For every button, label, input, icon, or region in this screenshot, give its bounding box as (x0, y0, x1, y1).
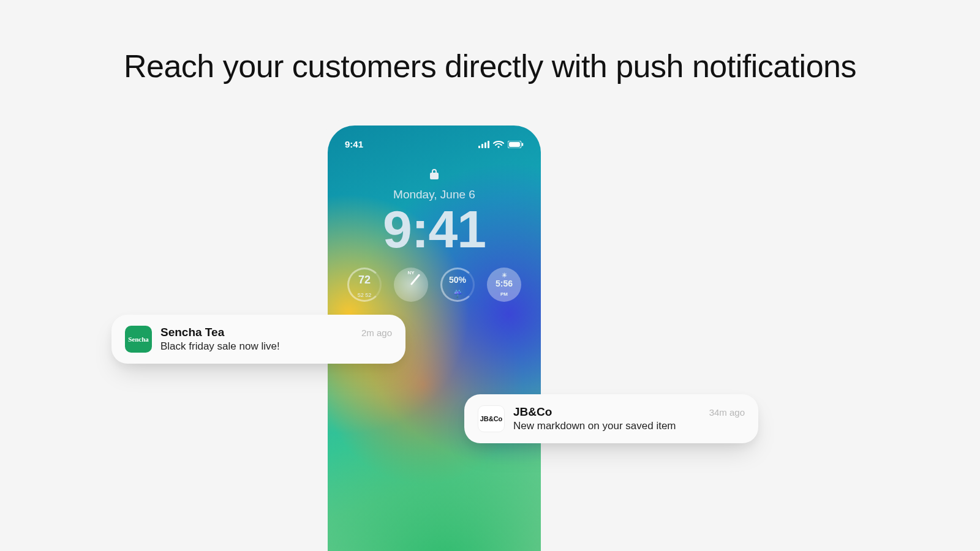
status-bar: 9:41 (328, 139, 541, 149)
sun-icon: ☀ (487, 272, 521, 279)
notification-title: JB&Co (513, 405, 552, 419)
svg-rect-2 (484, 142, 486, 148)
svg-rect-6 (509, 142, 520, 147)
app-icon-sencha: Sencha (125, 326, 152, 353)
notification-title: Sencha Tea (160, 326, 224, 339)
widget-weather: 72 52 52 (347, 268, 382, 302)
notification-body: New markdown on your saved item (513, 420, 745, 432)
battery-icon (508, 141, 524, 148)
widget-weather-lowhi: 52 52 (347, 292, 382, 298)
widget-world-clock: ☀ 5:56 PM (487, 268, 521, 302)
svg-point-4 (497, 146, 499, 148)
svg-rect-7 (522, 143, 523, 146)
widget-clock-period: PM (487, 291, 521, 297)
lock-area: Monday, June 6 9:41 (328, 168, 541, 255)
widget-humidity: 50% ☔ (440, 268, 475, 302)
widget-weather-temp: 72 (347, 274, 382, 287)
svg-rect-1 (481, 144, 483, 148)
notification-card[interactable]: JB&Co JB&Co 34m ago New markdown on your… (464, 394, 758, 443)
lockscreen-widgets: 72 52 52 50% ☔ ☀ 5:56 PM (328, 268, 541, 302)
lock-icon (430, 171, 439, 181)
cellular-icon (478, 141, 489, 148)
svg-rect-0 (478, 146, 480, 148)
umbrella-icon: ☔ (440, 290, 475, 298)
status-time: 9:41 (345, 139, 363, 149)
lock-clock: 9:41 (328, 203, 541, 255)
notification-body: Black friday sale now live! (160, 340, 392, 353)
wifi-icon (493, 141, 504, 148)
widget-humidity-value: 50% (440, 275, 475, 285)
svg-rect-3 (488, 141, 489, 148)
notification-timestamp: 2m ago (361, 328, 392, 338)
notification-card[interactable]: Sencha Sencha Tea 2m ago Black friday sa… (111, 315, 405, 364)
widget-compass (394, 268, 428, 302)
status-icons (478, 141, 524, 148)
page-headline: Reach your customers directly with push … (0, 48, 980, 84)
app-icon-jbco: JB&Co (478, 405, 505, 432)
notification-timestamp: 34m ago (709, 407, 745, 418)
widget-clock-time: 5:56 (487, 279, 521, 288)
